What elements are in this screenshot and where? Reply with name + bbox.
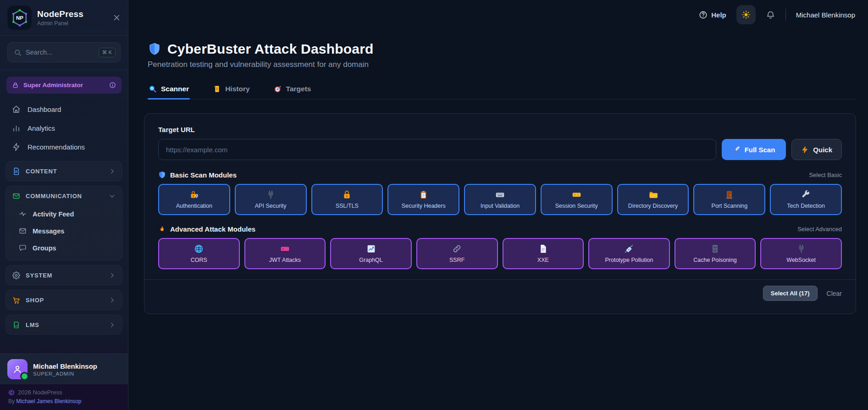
module-jwt-attacks[interactable]: JWT Attacks: [244, 238, 326, 269]
clear-button[interactable]: Clear: [827, 290, 842, 297]
sidebar-item-dashboard[interactable]: Dashboard: [6, 100, 122, 119]
sidebar-search-section: ⌘ K: [0, 36, 128, 70]
sidebar-item-system[interactable]: SYSTEM: [6, 266, 122, 285]
mail-icon: [12, 192, 20, 200]
lock-orange-icon: [342, 190, 352, 199]
module-label: Authentication: [176, 203, 212, 209]
theme-toggle-button[interactable]: [736, 5, 756, 24]
shield-icon: [158, 171, 166, 179]
topbar-user-name[interactable]: Michael Blenkinsop: [796, 11, 855, 19]
nav-label: Groups: [33, 244, 56, 252]
target-url-input[interactable]: [158, 139, 716, 160]
select-all-button[interactable]: Select All (17): [763, 286, 818, 301]
sidebar-close-button[interactable]: [112, 14, 121, 22]
sidebar-footer: 2026 NodePress By Michael James Blenkins…: [0, 384, 128, 410]
sidebar-item-shop[interactable]: SHOP: [6, 290, 122, 310]
notifications-button[interactable]: [766, 10, 775, 20]
sidebar-item-messages[interactable]: Messages: [9, 222, 119, 239]
module-label: Port Scanning: [712, 203, 748, 209]
target-url-label: Target URL: [158, 126, 842, 133]
plug-icon: [266, 190, 276, 199]
help-button[interactable]: Help: [699, 11, 726, 19]
book-icon: [12, 321, 20, 329]
page-header: CyberBuster Attack Dashboard Penetration…: [148, 41, 856, 69]
sidebar-item-lms[interactable]: LMS: [6, 315, 122, 334]
nav-label: Recommendations: [28, 143, 85, 151]
select-advanced-link[interactable]: Select Advanced: [797, 226, 842, 233]
module-label: WebSocket: [786, 257, 816, 263]
rocket-icon: [733, 146, 741, 154]
tab-targets[interactable]: Targets: [273, 81, 312, 99]
app-title: NodePress: [37, 9, 83, 19]
module-input-validation[interactable]: Input Validation: [464, 184, 536, 215]
module-ssl-tls[interactable]: SSL/TLS: [311, 184, 383, 215]
module-port-scanning[interactable]: Port Scanning: [693, 184, 765, 215]
quick-scan-button[interactable]: Quick: [791, 139, 842, 160]
sidebar-user-card[interactable]: Michael Blenkinsop SUPER_ADMIN: [0, 354, 128, 384]
module-graphql[interactable]: GraphQL: [330, 238, 412, 269]
module-security-headers[interactable]: Security Headers: [387, 184, 459, 215]
search-input[interactable]: [26, 49, 94, 56]
sidebar-item-recommendations[interactable]: Recommendations: [6, 138, 122, 156]
sidebar-item-groups[interactable]: Groups: [9, 239, 119, 256]
sidebar-item-analytics[interactable]: Analytics: [6, 119, 122, 138]
sidebar-group-communication: COMMUNICATION Activity Feed Messages Gro…: [6, 186, 122, 260]
search-icon: [14, 49, 22, 56]
module-websocket[interactable]: WebSocket: [760, 238, 842, 269]
sidebar-item-communication[interactable]: COMMUNICATION: [6, 186, 122, 205]
tab-label: History: [225, 85, 249, 93]
target-icon: [274, 85, 282, 93]
module-label: Prototype Pollution: [605, 257, 653, 263]
sidebar-item-super-administrator[interactable]: Super Administrator: [6, 77, 122, 94]
byline-link[interactable]: Michael James Blenkinsop: [16, 398, 81, 404]
module-label: GraphQL: [359, 257, 382, 263]
magnifier-icon: [149, 85, 157, 93]
module-cache-poisoning[interactable]: Cache Poisoning: [674, 238, 756, 269]
page-title: CyberBuster Attack Dashboard: [167, 41, 374, 57]
cabinet-icon: [710, 244, 720, 254]
byline-prefix: By: [8, 398, 15, 404]
module-tech-detection[interactable]: Tech Detection: [770, 184, 842, 215]
tab-label: Targets: [286, 85, 311, 93]
module-label: SSRF: [449, 257, 464, 263]
select-basic-link[interactable]: Select Basic: [809, 172, 842, 178]
full-scan-button[interactable]: Full Scan: [722, 139, 786, 160]
sidebar-item-content[interactable]: CONTENT: [6, 161, 122, 181]
module-directory-discovery[interactable]: Directory Discovery: [617, 184, 689, 215]
module-authentication[interactable]: Authentication: [158, 184, 230, 215]
module-label: JWT Attacks: [269, 257, 301, 263]
shield-icon: [148, 42, 161, 56]
module-api-security[interactable]: API Security: [235, 184, 307, 215]
chevron-right-icon: [109, 168, 116, 175]
folder-icon: [648, 190, 658, 199]
module-label: Cache Poisoning: [693, 257, 737, 263]
globe-icon: [194, 244, 204, 254]
bar-chart-icon: [12, 124, 21, 133]
info-icon[interactable]: [109, 82, 116, 89]
module-label: Security Headers: [402, 203, 446, 209]
module-cors[interactable]: CORS: [158, 238, 240, 269]
scanner-panel: Target URL Full Scan Quick Basic Scan Mo…: [144, 113, 856, 314]
avatar: [7, 359, 28, 379]
search-shortcut-badge: ⌘ K: [99, 48, 116, 57]
app-subtitle: Admin Panel: [37, 20, 83, 27]
syringe-icon: [624, 244, 634, 254]
advanced-modules-grid: CORSJWT AttacksGraphQLSSRFXXEPrototype P…: [158, 238, 842, 269]
tab-label: Scanner: [161, 85, 189, 93]
module-prototype-pollution[interactable]: Prototype Pollution: [588, 238, 670, 269]
module-label: Directory Discovery: [628, 203, 678, 209]
tab-history[interactable]: History: [212, 81, 250, 99]
group-label: SHOP: [26, 297, 44, 304]
module-xxe[interactable]: XXE: [503, 238, 584, 269]
sidebar-item-activity-feed[interactable]: Activity Feed: [9, 205, 119, 222]
search-box[interactable]: ⌘ K: [7, 42, 121, 62]
module-ssrf[interactable]: SSRF: [416, 238, 498, 269]
tab-scanner[interactable]: Scanner: [148, 81, 190, 99]
sidebar-nav: Super Administrator Dashboard Analytics …: [0, 70, 128, 354]
activity-icon: [19, 210, 27, 218]
page-content: CyberBuster Attack Dashboard Penetration…: [128, 29, 868, 410]
advanced-modules-header: Advanced Attack Modules: [170, 225, 255, 233]
chevron-right-icon: [109, 272, 116, 279]
module-session-security[interactable]: Session Security: [541, 184, 613, 215]
user-role-badge: SUPER_ADMIN: [33, 371, 97, 377]
